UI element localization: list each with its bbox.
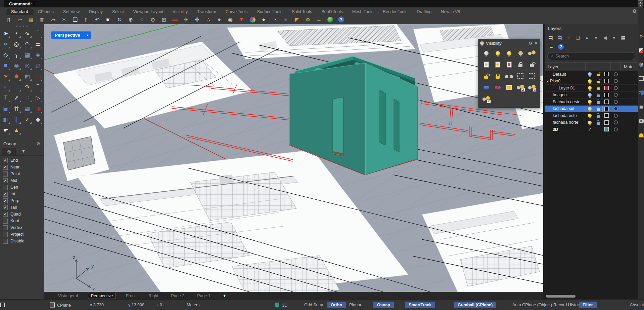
layer-row[interactable]: Imagen — [545, 92, 638, 99]
material-circle[interactable] — [614, 127, 618, 131]
layer-lock-cell[interactable] — [594, 106, 602, 112]
status-z[interactable]: z 0 — [156, 303, 162, 307]
menu-tab[interactable]: CPlanes — [33, 8, 58, 15]
clipping-frame-alt-icon[interactable] — [526, 71, 538, 81]
ellipse-icon[interactable]: ◎ — [11, 39, 21, 49]
layer-linetype-cell[interactable] — [621, 78, 638, 85]
filter-funnel-icon[interactable]: ▼ — [611, 34, 617, 41]
zoom-selected-icon[interactable]: ⊙ — [149, 15, 157, 24]
layer-color-cell[interactable] — [602, 92, 611, 99]
material-circle[interactable] — [614, 114, 618, 118]
text-icon[interactable]: T — [1, 93, 11, 103]
layer-color-cell[interactable] — [602, 126, 611, 133]
column-3[interactable] — [602, 63, 611, 71]
column-2[interactable] — [594, 63, 602, 71]
material-circle[interactable] — [614, 120, 618, 124]
help-icon[interactable]: ? — [338, 16, 344, 23]
osnap-item[interactable]: ✓ Near — [3, 164, 44, 170]
osnap-item[interactable]: ✓ Cen — [3, 184, 44, 191]
status-cplane[interactable]: CPlane — [50, 303, 71, 308]
menu-tab[interactable]: Select — [107, 8, 129, 15]
lock-objects-icon[interactable]: ◉ — [226, 15, 234, 24]
paste-icon[interactable]: ▯ — [82, 15, 90, 24]
layer-linetype-cell[interactable] — [621, 71, 638, 78]
layer-name[interactable]: Fachada oeste — [545, 100, 586, 104]
status-auto-cplane[interactable]: Auto CPlane (Object) — [512, 303, 552, 307]
viewport-tab[interactable]: Page 1 — [194, 293, 213, 299]
select-arrow-icon[interactable]: ➤ — [1, 28, 11, 38]
viewport-title[interactable]: Perspective — [51, 32, 84, 39]
chevron-down-icon[interactable]: ▼ — [84, 32, 91, 39]
menu-tab[interactable]: Surface Tools — [252, 8, 287, 15]
color-swatch[interactable] — [604, 127, 609, 131]
status-osnap[interactable]: Osnap — [373, 302, 394, 308]
bulb-state-c-icon[interactable] — [480, 94, 492, 104]
layer-row[interactable]: 3D ✓ — [545, 126, 638, 133]
layer-linetype-cell[interactable] — [621, 119, 638, 126]
bulb-state-a-icon[interactable] — [515, 83, 526, 92]
bulb-icon[interactable] — [588, 93, 592, 97]
point-icon[interactable]: • — [11, 28, 21, 38]
material-circle[interactable] — [614, 72, 618, 76]
color-wheel-icon[interactable] — [248, 15, 257, 24]
menu-tab[interactable]: Visibility — [168, 8, 192, 15]
layer-lock-cell[interactable] — [594, 71, 602, 78]
layer-row[interactable]: fachada norte — [545, 119, 638, 126]
array-grid-icon[interactable]: ▦ — [22, 104, 32, 114]
bulb-icon[interactable] — [588, 107, 592, 111]
rotate-view-icon[interactable]: ↻ — [116, 15, 124, 24]
points-on-icon[interactable]: ∴ — [204, 15, 212, 24]
osnap-checkbox[interactable]: ✓ — [3, 171, 8, 177]
panel-help-icon[interactable]: ? — [558, 44, 564, 50]
layer-material-cell[interactable] — [611, 92, 621, 99]
layer-visibility-cell[interactable] — [586, 119, 594, 126]
remove-clip-icon[interactable] — [492, 83, 503, 92]
osnap-item[interactable]: ✓ Point — [3, 170, 44, 177]
tab-notifications-icon[interactable] — [639, 132, 644, 138]
visibility-title-bar[interactable]: Visibility ⚙ ✕ — [478, 39, 540, 47]
network-surface-icon[interactable]: ◈ — [33, 50, 43, 60]
render-globe-icon[interactable] — [326, 15, 334, 24]
menu-tab[interactable]: SubD Tools — [317, 8, 348, 15]
layer-lock-cell[interactable] — [594, 112, 602, 119]
osnap-checkbox[interactable]: ✓ — [3, 192, 8, 197]
osnap-item[interactable]: ✓ Perp — [3, 197, 44, 204]
column-1[interactable] — [586, 63, 594, 71]
osnap-item[interactable]: ✓ End — [3, 157, 44, 164]
wireframe-view-icon[interactable]: ◔ — [271, 15, 279, 24]
extrude-icon[interactable]: ⇈ — [11, 104, 21, 114]
viewport-tab[interactable]: Page 2 — [169, 293, 187, 299]
material-circle[interactable] — [614, 93, 618, 97]
layer-visibility-cell[interactable] — [586, 71, 594, 78]
polygon-icon[interactable]: ◇ — [1, 50, 11, 60]
layer-color-cell[interactable] — [602, 78, 611, 85]
new-file-icon[interactable]: ▯ — [5, 15, 13, 24]
layer-row[interactable]: fachada sul — [545, 106, 638, 113]
layer-name[interactable]: Layer 01 — [545, 86, 586, 90]
osnap-item[interactable]: ✓ Vertex — [3, 224, 44, 231]
undo-icon[interactable]: ↶ — [93, 15, 101, 24]
color-swatch[interactable] — [604, 120, 609, 125]
color-swatch[interactable] — [604, 86, 609, 90]
status-x[interactable]: x 3.730 — [90, 303, 104, 307]
layer-visibility-cell[interactable] — [586, 106, 594, 112]
osnap-checkbox[interactable]: ✓ — [3, 239, 8, 244]
color-swatch[interactable] — [604, 79, 609, 83]
color-swatch[interactable] — [604, 107, 609, 111]
lock-objects-icon[interactable] — [515, 60, 526, 69]
layer-material-cell[interactable] — [611, 106, 621, 112]
expander-icon[interactable]: ◢ — [546, 79, 548, 83]
material-circle[interactable] — [614, 86, 618, 90]
surface-edit-icon[interactable]: ◧ — [1, 114, 11, 124]
bulb-icon[interactable] — [588, 86, 592, 90]
osnap-checkbox[interactable]: ✓ — [3, 212, 8, 217]
explode-icon[interactable]: ✶ — [1, 71, 11, 81]
viewport-tab[interactable]: + — [221, 293, 229, 299]
status-tolerance[interactable]: Absolute toleranc — [630, 303, 644, 307]
osnap-item[interactable]: ✓ Project — [3, 231, 44, 238]
arc-icon[interactable]: ◠ — [22, 39, 32, 49]
copy-icon[interactable]: ❏ — [71, 15, 79, 24]
open-file-icon[interactable]: ▱ — [16, 15, 24, 24]
tab-display-icon[interactable] — [639, 62, 644, 67]
layer-lock-cell[interactable] — [594, 126, 602, 133]
